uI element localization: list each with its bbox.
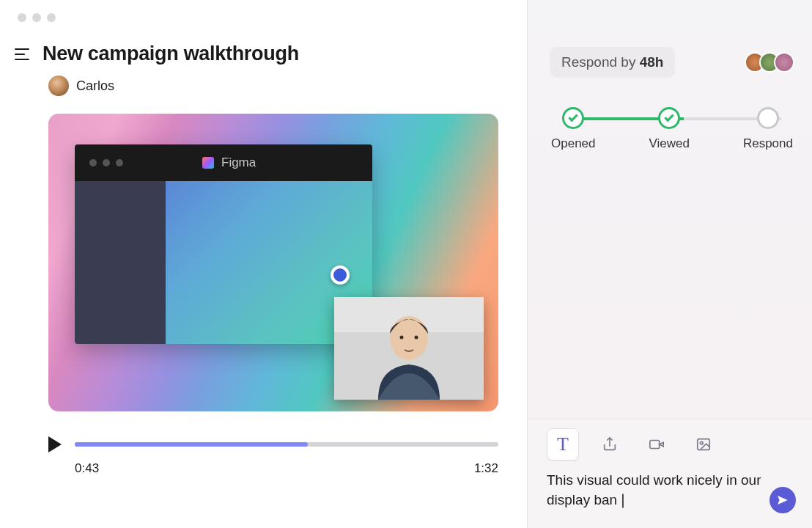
main-panel: New campaign walkthrough Carlos Figma xyxy=(0,0,528,528)
author-name: Carlos xyxy=(76,78,114,94)
header-row: New campaign walkthrough xyxy=(15,43,512,65)
zoom-window-dot[interactable] xyxy=(47,13,56,22)
send-icon xyxy=(776,494,789,507)
check-icon xyxy=(562,107,584,129)
svg-point-4 xyxy=(415,336,418,340)
figma-body xyxy=(75,181,372,344)
presenter-webcam xyxy=(334,297,484,400)
video-preview[interactable]: Figma xyxy=(48,114,498,411)
check-icon xyxy=(658,107,680,129)
figma-dot xyxy=(103,159,110,166)
duration: 1:32 xyxy=(474,461,498,476)
figma-logo-icon xyxy=(202,157,214,169)
compose-input[interactable]: This visual could work nicely in our dis… xyxy=(547,471,794,510)
step-viewed: Viewed xyxy=(649,107,689,151)
menu-icon[interactable] xyxy=(15,45,32,63)
svg-rect-6 xyxy=(698,439,710,450)
video-icon xyxy=(649,436,665,452)
share-tool-button[interactable] xyxy=(594,428,626,461)
step-label: Respond xyxy=(743,136,793,151)
image-icon xyxy=(695,436,712,452)
image-tool-button[interactable] xyxy=(687,428,720,461)
current-time: 0:43 xyxy=(75,461,99,476)
figma-dot xyxy=(116,159,123,166)
svg-point-7 xyxy=(700,441,703,444)
close-window-dot[interactable] xyxy=(18,13,26,22)
minimize-window-dot[interactable] xyxy=(32,13,41,22)
step-opened: Opened xyxy=(551,107,596,151)
pending-step-icon xyxy=(757,107,779,129)
author-row: Carlos xyxy=(48,76,512,96)
player-controls xyxy=(48,436,498,452)
side-panel: Respond by 48h Opened Viewed Respond T xyxy=(528,0,812,528)
step-label: Opened xyxy=(551,136,596,151)
respond-deadline-chip: Respond by 48h xyxy=(550,47,675,78)
svg-rect-5 xyxy=(650,441,660,449)
step-respond: Respond xyxy=(743,107,793,151)
respond-prefix: Respond by xyxy=(561,54,640,70)
progress-steps: Opened Viewed Respond xyxy=(551,107,793,151)
viewer-avatars[interactable] xyxy=(750,52,794,73)
video-tool-button[interactable] xyxy=(641,428,673,461)
time-row: 0:43 1:32 xyxy=(48,461,498,476)
respond-deadline: 48h xyxy=(640,54,664,70)
cursor-indicator-icon xyxy=(331,265,350,285)
compose-toolbar: T xyxy=(547,428,794,461)
viewer-avatar[interactable] xyxy=(774,52,794,73)
progress-track[interactable] xyxy=(75,442,498,447)
text-tool-button[interactable]: T xyxy=(547,428,579,461)
svg-point-3 xyxy=(400,336,404,340)
author-avatar[interactable] xyxy=(48,76,69,96)
figma-titlebar: Figma xyxy=(75,144,372,181)
share-icon xyxy=(602,436,618,452)
send-button[interactable] xyxy=(769,487,796,513)
figma-sidebar xyxy=(75,181,166,344)
progress-fill xyxy=(75,442,308,447)
figma-dot xyxy=(89,159,97,166)
step-label: Viewed xyxy=(649,136,689,151)
compose-area: T This visual could work nicely in our d… xyxy=(528,419,812,528)
figma-window: Figma xyxy=(75,144,372,344)
window-controls[interactable] xyxy=(18,13,512,22)
respond-row: Respond by 48h xyxy=(550,47,794,78)
figma-app-name: Figma xyxy=(221,155,256,170)
svg-point-2 xyxy=(390,316,428,360)
page-title: New campaign walkthrough xyxy=(43,43,299,65)
play-button-icon[interactable] xyxy=(48,436,62,452)
